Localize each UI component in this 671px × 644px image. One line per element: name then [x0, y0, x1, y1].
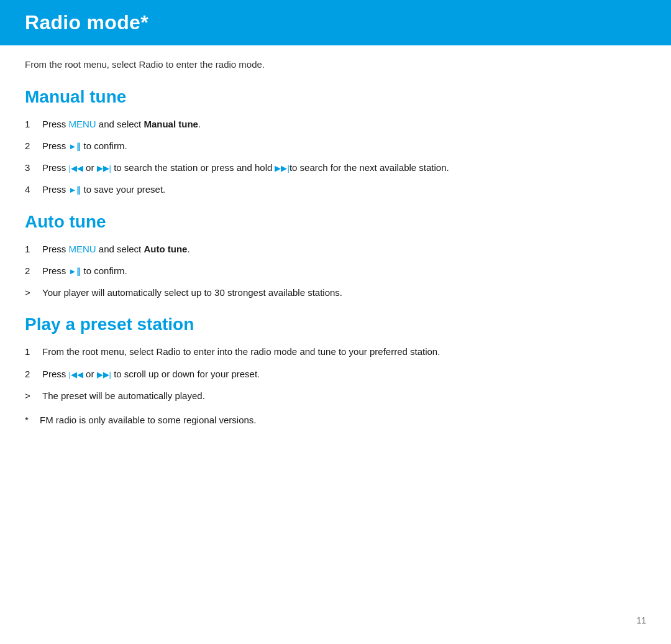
manual-tune-step-2: 2 Press ►‖ to confirm.	[25, 139, 646, 153]
play-preset-step-2: 2 Press |◀◀ or ▶▶| to scroll up or down …	[25, 367, 646, 381]
preset-step-number-1: 1	[25, 344, 42, 359]
intro-text: From the root menu, select Radio to ente…	[25, 58, 646, 72]
footnote-star: *	[25, 413, 40, 427]
preset-step-1-content: From the root menu, select Radio to ente…	[42, 344, 646, 359]
manual-tune-step-3: 3 Press |◀◀ or ▶▶| to search the station…	[25, 160, 646, 175]
step-number-2: 2	[25, 139, 42, 153]
step-number-3: 3	[25, 160, 42, 175]
manual-tune-label: Manual tune	[144, 119, 198, 129]
play-preset-note-text: The preset will be automatically played.	[42, 389, 646, 403]
play-preset-step-1: 1 From the root menu, select Radio to en…	[25, 344, 646, 359]
step-1-content: Press MENU and select Manual tune.	[42, 117, 646, 131]
step-4-content: Press ►‖ to save your preset.	[42, 182, 646, 196]
content-area: From the root menu, select Radio to ente…	[0, 58, 671, 452]
auto-step-1-content: Press MENU and select Auto tune.	[42, 242, 646, 256]
next-icon-2: ▶▶|	[275, 163, 289, 173]
auto-tune-title: Auto tune	[25, 212, 646, 232]
note-prefix-2: >	[25, 389, 42, 403]
auto-tune-label: Auto tune	[144, 244, 187, 254]
note-prefix-1: >	[25, 285, 42, 300]
footnote: * FM radio is only available to some reg…	[25, 413, 646, 427]
auto-tune-step-1: 1 Press MENU and select Auto tune.	[25, 242, 646, 256]
step-number-1: 1	[25, 117, 42, 131]
next-icon-1: ▶▶|	[97, 163, 111, 173]
page-container: Radio mode* From the root menu, select R…	[0, 0, 671, 644]
play-pause-icon-1: ►‖	[69, 142, 81, 151]
play-pause-icon-2: ►‖	[69, 185, 81, 195]
preset-step-number-2: 2	[25, 367, 42, 381]
play-preset-note: > The preset will be automatically playe…	[25, 389, 646, 403]
play-preset-title: Play a preset station	[25, 315, 646, 334]
step-3-content: Press |◀◀ or ▶▶| to search the station o…	[42, 160, 646, 175]
manual-tune-step-4: 4 Press ►‖ to save your preset.	[25, 182, 646, 196]
auto-step-number-2: 2	[25, 264, 42, 278]
prev-icon-2: |◀◀	[69, 370, 83, 379]
manual-tune-step-1: 1 Press MENU and select Manual tune.	[25, 117, 646, 131]
preset-step-2-content: Press |◀◀ or ▶▶| to scroll up or down fo…	[42, 367, 646, 381]
auto-tune-step-2: 2 Press ►‖ to confirm.	[25, 264, 646, 278]
auto-tune-steps: 1 Press MENU and select Auto tune. 2 Pre…	[25, 242, 646, 278]
step-number-4: 4	[25, 182, 42, 196]
header-banner: Radio mode*	[0, 0, 671, 45]
manual-tune-steps: 1 Press MENU and select Manual tune. 2 P…	[25, 117, 646, 197]
menu-keyword-1: MENU	[69, 119, 96, 129]
play-preset-steps: 1 From the root menu, select Radio to en…	[25, 344, 646, 381]
step-2-content: Press ►‖ to confirm.	[42, 139, 646, 153]
auto-step-2-content: Press ►‖ to confirm.	[42, 264, 646, 278]
menu-keyword-2: MENU	[69, 244, 96, 254]
auto-step-number-1: 1	[25, 242, 42, 256]
page-number: 11	[636, 615, 646, 625]
page-title: Radio mode*	[25, 11, 646, 34]
prev-icon-1: |◀◀	[69, 163, 83, 173]
footnote-text: FM radio is only available to some regio…	[40, 413, 257, 427]
manual-tune-title: Manual tune	[25, 87, 646, 107]
auto-tune-note-text: Your player will automatically select up…	[42, 285, 646, 300]
play-pause-icon-3: ►‖	[69, 267, 81, 276]
auto-tune-note: > Your player will automatically select …	[25, 285, 646, 300]
next-icon-3: ▶▶|	[97, 370, 111, 379]
